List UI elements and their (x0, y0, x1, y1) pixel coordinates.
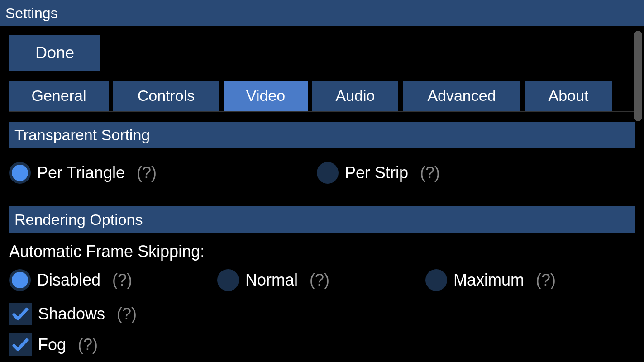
header-bar: Settings (0, 0, 644, 26)
radio-per-triangle[interactable]: Per Triangle (?) (9, 162, 317, 184)
tab-video[interactable]: Video (224, 81, 308, 111)
check-icon (11, 335, 30, 354)
radio-label: Maximum (453, 271, 524, 290)
help-icon[interactable]: (?) (536, 271, 556, 290)
checkbox-label: Fog (38, 335, 66, 354)
checkbox-box (9, 333, 32, 356)
radio-per-strip[interactable]: Per Strip (?) (317, 162, 635, 184)
section-transparent-sorting: Transparent Sorting (9, 122, 635, 148)
radio-label: Per Triangle (37, 163, 125, 182)
tab-controls[interactable]: Controls (113, 81, 219, 111)
checkbox-box (9, 303, 32, 325)
radio-indicator (425, 269, 447, 291)
section-title: Rendering Options (14, 211, 143, 228)
checkbox-fog[interactable]: Fog (?) (9, 333, 635, 356)
check-icon (11, 305, 30, 324)
tab-about[interactable]: About (525, 81, 612, 111)
done-button[interactable]: Done (9, 35, 100, 71)
frame-skipping-options: Disabled (?) Normal (?) Maximum (?) (9, 269, 635, 291)
radio-disabled[interactable]: Disabled (?) (9, 269, 217, 291)
page-title: Settings (5, 5, 58, 22)
help-icon[interactable]: (?) (137, 163, 157, 182)
radio-indicator (9, 162, 31, 184)
radio-indicator (9, 269, 31, 291)
help-icon[interactable]: (?) (310, 271, 329, 290)
tab-audio[interactable]: Audio (312, 81, 398, 111)
radio-indicator (217, 269, 239, 291)
help-icon[interactable]: (?) (420, 163, 440, 182)
tab-advanced[interactable]: Advanced (403, 81, 520, 111)
radio-label: Normal (245, 271, 298, 290)
scrollbar-thumb[interactable] (634, 31, 642, 121)
radio-maximum[interactable]: Maximum (?) (425, 269, 635, 291)
radio-label: Per Strip (345, 163, 408, 182)
section-rendering-options: Rendering Options (9, 206, 635, 233)
transparent-sorting-options: Per Triangle (?) Per Strip (?) (9, 162, 635, 184)
content-area: Done General Controls Video Audio Advanc… (0, 26, 644, 356)
checkbox-shadows[interactable]: Shadows (?) (9, 303, 635, 325)
radio-indicator (317, 162, 339, 184)
help-icon[interactable]: (?) (112, 271, 132, 290)
section-title: Transparent Sorting (14, 126, 150, 143)
frame-skipping-label: Automatic Frame Skipping: (9, 242, 635, 261)
help-icon[interactable]: (?) (78, 335, 98, 354)
radio-label: Disabled (37, 271, 100, 290)
help-icon[interactable]: (?) (117, 305, 137, 324)
checkbox-label: Shadows (38, 305, 105, 324)
tab-bar: General Controls Video Audio Advanced Ab… (9, 81, 635, 112)
radio-normal[interactable]: Normal (?) (217, 269, 425, 291)
tab-general[interactable]: General (9, 81, 109, 111)
